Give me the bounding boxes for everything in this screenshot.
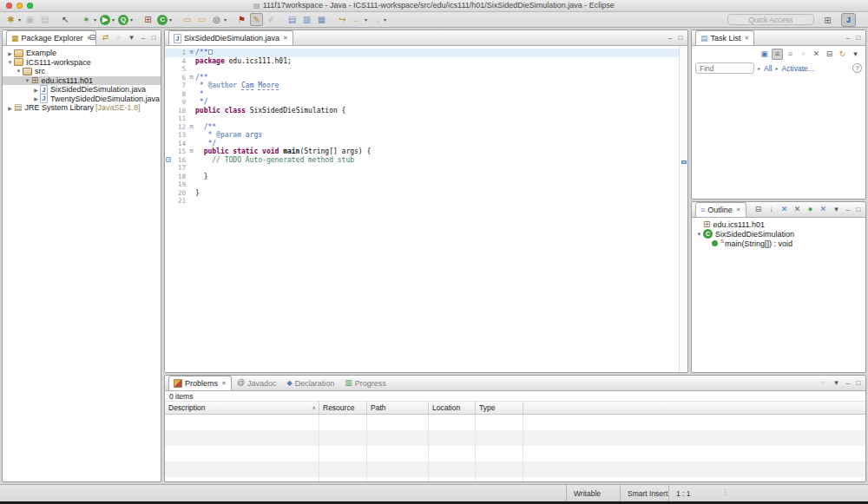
tab-sixsideddiesimulation[interactable]: J SixSidedDieSimulation.java ✕	[168, 30, 293, 45]
maximize-icon[interactable]: □	[853, 379, 864, 387]
find-input[interactable]	[695, 62, 754, 74]
dropdown-arrow-icon[interactable]: ▾	[224, 16, 227, 23]
code-line[interactable]: 15⊟ public static void main(String[] arg…	[165, 147, 679, 156]
wizard-doc-icon-c[interactable]: ▦	[315, 13, 328, 26]
collapse-all-icon[interactable]: ⊟	[753, 204, 764, 215]
new-java-class-icon[interactable]: C	[157, 15, 168, 25]
tab-task-list[interactable]: ▤ Task List ✕	[695, 30, 754, 45]
code-text[interactable]: }	[195, 189, 679, 198]
run-icon[interactable]: ▶	[100, 15, 110, 25]
help-icon[interactable]: ?	[852, 63, 862, 73]
code-line[interactable]: 19	[165, 180, 679, 189]
outline-method-main[interactable]: Smain(String[]) : void	[692, 239, 865, 248]
maximize-icon[interactable]: □	[853, 206, 864, 213]
maximize-icon[interactable]: □	[148, 34, 159, 42]
expander-icon[interactable]: ▶	[32, 95, 40, 101]
coverage-icon[interactable]: Q	[118, 15, 128, 25]
minimize-icon[interactable]: ‒	[665, 34, 675, 42]
column-header-path[interactable]: Path	[367, 402, 429, 414]
new-task-icon[interactable]: ▣	[759, 49, 770, 60]
collapsed-region-box[interactable]	[208, 49, 213, 55]
mark-occurrences-icon[interactable]: ✎	[250, 13, 263, 26]
tab-package-explorer[interactable]: ▦ Package Explorer ✕	[6, 30, 96, 45]
close-icon[interactable]: ✕	[221, 380, 227, 387]
search-icon[interactable]: ◎	[210, 13, 223, 26]
expander-icon[interactable]: ▼	[695, 232, 703, 237]
todo-task-icon[interactable]	[166, 157, 171, 162]
code-line[interactable]: 17	[165, 164, 679, 173]
code-text[interactable]	[195, 197, 679, 206]
code-text[interactable]: */	[195, 98, 679, 107]
hide-local-types-icon[interactable]: ✕	[818, 204, 829, 215]
view-menu-icon[interactable]: ▾	[126, 32, 137, 43]
minimize-icon[interactable]: ‒	[843, 34, 853, 42]
tab-progress[interactable]: ▥Progress	[339, 376, 391, 390]
link-with-editor-icon[interactable]: ⇄	[100, 32, 111, 43]
column-header-resource[interactable]: Resource	[319, 402, 367, 414]
activate-link[interactable]: Activate...	[781, 64, 813, 73]
open-perspective-icon[interactable]: ⊞	[820, 13, 835, 27]
tab-problems[interactable]: Problems✕	[168, 376, 232, 390]
tab-javadoc[interactable]: @Javadoc	[232, 376, 282, 390]
package-edu-ics111-h01[interactable]: ▼⊞edu.ics111.h01	[3, 76, 161, 86]
view-menu-icon[interactable]: ▾	[831, 377, 842, 389]
code-line[interactable]: 5	[165, 65, 679, 74]
column-header-type[interactable]: Type	[476, 402, 523, 414]
code-text[interactable]: // TODO Auto-generated method stub	[195, 156, 679, 165]
code-text[interactable]: * @param args	[195, 131, 679, 140]
hide-completed-icon[interactable]: ✕	[811, 49, 822, 60]
code-line[interactable]: 6⊟/**	[165, 74, 679, 82]
dropdown-arrow-icon[interactable]: ▾	[365, 16, 367, 23]
dropdown-arrow-icon[interactable]: ▾	[169, 16, 172, 23]
src-folder[interactable]: ▼src	[3, 67, 161, 76]
collapse-all-icon[interactable]: ⊟	[87, 32, 98, 43]
fold-marker-icon[interactable]: ⊟	[187, 123, 195, 132]
code-line[interactable]: 13 * @param args	[165, 131, 679, 140]
code-text[interactable]: public class SixSidedDieSimulation {	[195, 107, 679, 115]
debug-icon[interactable]: ✶	[80, 13, 93, 26]
column-header-description[interactable]: Description∧	[165, 402, 319, 414]
code-text[interactable]: * @author Cam Moore	[195, 82, 679, 90]
hide-non-public-icon[interactable]: ●	[805, 204, 816, 215]
back-icon[interactable]: ←	[351, 13, 364, 26]
code-line[interactable]: 8 *	[165, 90, 679, 99]
code-line[interactable]: 12⊟ /**	[165, 123, 679, 132]
wizard-doc-icon-b[interactable]: ▥	[300, 13, 313, 26]
fold-marker-icon[interactable]: ⊞	[187, 49, 195, 57]
new-java-project-icon[interactable]: ⊞	[141, 13, 155, 26]
code-text[interactable]: *	[195, 90, 679, 99]
file-sixsideddiesimulation[interactable]: ▶JSixSidedDieSimulation.java	[3, 85, 161, 95]
code-text[interactable]: package edu.ics111.h01;	[195, 57, 679, 66]
code-line[interactable]: 18 }	[165, 173, 679, 181]
minimize-icon[interactable]: ‒	[138, 34, 148, 42]
wizard-doc-icon-a[interactable]: ▤	[286, 13, 299, 26]
pin-icon[interactable]: ⚑	[235, 13, 248, 26]
last-edit-location-icon[interactable]: ↪	[336, 13, 349, 26]
outline-class-sixsideddiesimulation[interactable]: ▼CSixSidedDieSimulation	[692, 230, 865, 239]
code-line[interactable]: 4package edu.ics111.h01;	[165, 57, 679, 66]
code-editor[interactable]: 1⊞/**4package edu.ics111.h01;56⊟/**7 * @…	[165, 46, 687, 372]
minimize-icon[interactable]: ‒	[843, 379, 853, 387]
tab-declaration[interactable]: ◆Declaration	[282, 376, 340, 390]
new-wizard-icon[interactable]: ✱	[4, 13, 17, 26]
code-text[interactable]	[195, 164, 679, 173]
dropdown-arrow-icon[interactable]: ▾	[112, 16, 115, 23]
sort-icon[interactable]: ↓	[766, 204, 777, 215]
dropdown-arrow-icon[interactable]: ▾	[18, 16, 21, 23]
dropdown-arrow-icon[interactable]: ▾	[384, 16, 386, 23]
code-text[interactable]: /**	[195, 49, 679, 57]
quick-access-button[interactable]: Quick Access	[727, 14, 814, 25]
expander-icon[interactable]: ▶	[6, 105, 14, 111]
code-line[interactable]: 16 // TODO Auto-generated method stub	[165, 156, 679, 165]
synchronize-icon[interactable]: ↻	[837, 49, 848, 60]
expander-icon[interactable]: ▼	[6, 60, 14, 65]
file-twentysideddiesimulation[interactable]: ▶JTwentySidedDieSimulation.java	[3, 95, 161, 104]
minimize-icon[interactable]: ‒	[843, 206, 853, 213]
code-line[interactable]: 20}	[165, 189, 679, 198]
code-line[interactable]: 1⊞/**	[165, 49, 679, 57]
maximize-icon[interactable]: □	[675, 34, 686, 42]
code-line[interactable]: 10public class SixSidedDieSimulation {	[165, 107, 679, 115]
code-line[interactable]: 11	[165, 115, 679, 123]
code-line[interactable]: 14 */	[165, 140, 679, 148]
dropdown-arrow-icon[interactable]: ▾	[130, 16, 133, 23]
